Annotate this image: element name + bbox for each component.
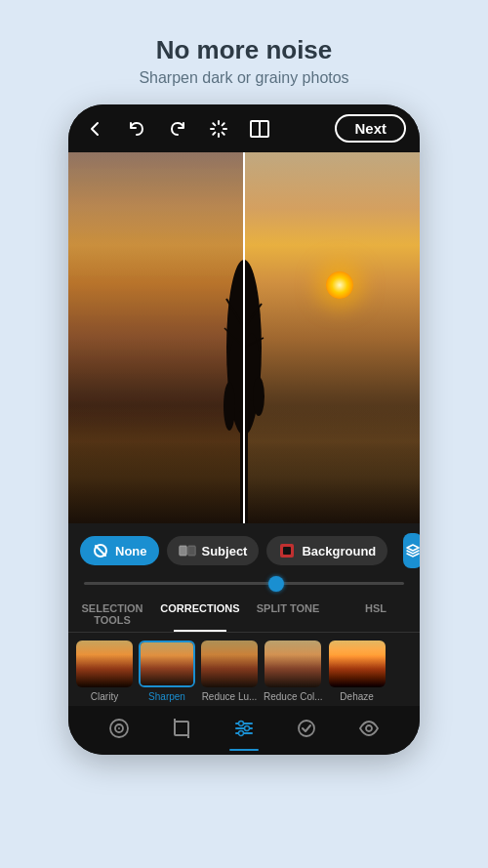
list-item[interactable]: Clarity: [76, 641, 133, 702]
list-item[interactable]: Sharpen: [139, 641, 195, 702]
svg-rect-25: [283, 547, 291, 555]
tab-selection-tools[interactable]: SELECTION TOOLS: [68, 600, 156, 628]
reduce-lum-thumbnail: [201, 641, 258, 687]
eye-icon: [356, 716, 382, 741]
nav-item-preview[interactable]: [338, 716, 400, 741]
page-title: No more noise: [139, 35, 348, 65]
adjust-icon: [231, 716, 257, 741]
crop-icon: [169, 716, 194, 741]
clarity-label: Clarity: [91, 691, 118, 702]
phone-frame: Next: [68, 104, 420, 755]
layers-button[interactable]: [403, 533, 420, 568]
none-icon: [92, 542, 109, 559]
svg-point-37: [239, 731, 244, 736]
auto-icon: [106, 716, 132, 741]
slider-row: [68, 578, 420, 593]
page-subtitle: Sharpen dark or grainy photos: [139, 69, 348, 87]
svg-rect-29: [175, 722, 188, 735]
none-button[interactable]: None: [80, 536, 159, 565]
list-item[interactable]: Reduce Lu...: [201, 641, 258, 702]
sharpen-thumbnail: [139, 641, 195, 687]
redo-icon[interactable]: [164, 115, 191, 143]
svg-point-38: [299, 721, 314, 736]
subject-button[interactable]: Subject: [167, 536, 260, 565]
subject-label: Subject: [202, 544, 248, 558]
nav-item-heal[interactable]: [275, 716, 338, 741]
undo-icon[interactable]: [123, 115, 150, 143]
reduce-col-thumbnail: [264, 641, 321, 687]
sharpen-label: Sharpen: [148, 691, 185, 702]
svg-point-39: [366, 725, 372, 731]
svg-line-7: [213, 132, 215, 134]
selection-bar: None Subject Background: [68, 523, 420, 578]
tab-split-tone[interactable]: SPLIT TONE: [244, 600, 332, 628]
heal-icon: [294, 716, 319, 741]
thumbnail-strip: Clarity Sharpen Reduce Lu... Reduce Col.…: [68, 633, 420, 706]
svg-point-28: [118, 727, 120, 729]
next-button[interactable]: Next: [335, 114, 406, 143]
svg-point-14: [224, 382, 235, 431]
compare-divider[interactable]: [243, 152, 245, 523]
background-icon: [278, 542, 296, 559]
bottom-nav: [68, 706, 420, 755]
svg-line-5: [223, 132, 224, 134]
sun-element: [326, 271, 353, 299]
top-bar: Next: [68, 104, 420, 152]
svg-point-36: [245, 726, 250, 731]
svg-rect-8: [251, 121, 260, 137]
tabs-row: SELECTION TOOLS CORRECTIONS SPLIT TONE H…: [68, 593, 420, 633]
dehaze-thumbnail: [329, 641, 386, 687]
dehaze-label: Dehaze: [340, 691, 373, 702]
back-icon[interactable]: [82, 115, 109, 143]
svg-point-15: [253, 377, 264, 416]
clarity-thumbnail: [76, 641, 133, 687]
nav-item-crop[interactable]: [150, 716, 213, 741]
nav-active-indicator: [229, 749, 259, 751]
compare-icon[interactable]: [246, 115, 273, 143]
background-label: Background: [302, 544, 376, 558]
svg-point-35: [239, 722, 244, 726]
reduce-lum-label: Reduce Lu...: [202, 691, 258, 702]
svg-line-4: [213, 123, 215, 125]
reduce-col-label: Reduce Col...: [264, 691, 323, 702]
svg-rect-9: [260, 121, 268, 137]
nav-item-auto[interactable]: [88, 716, 150, 741]
none-label: None: [115, 544, 147, 558]
list-item[interactable]: Dehaze: [329, 641, 386, 702]
photo-area: [68, 152, 420, 523]
svg-line-21: [96, 546, 105, 556]
svg-rect-23: [187, 546, 194, 556]
list-item[interactable]: Reduce Col...: [264, 641, 323, 702]
nav-item-adjust[interactable]: [213, 716, 275, 741]
svg-line-6: [223, 123, 224, 125]
subject-icon: [179, 542, 196, 559]
magic-icon[interactable]: [205, 115, 232, 143]
slider-thumb[interactable]: [268, 576, 284, 592]
tab-hsl[interactable]: HSL: [332, 600, 420, 628]
slider-track[interactable]: [84, 582, 404, 585]
svg-rect-22: [179, 546, 185, 556]
tab-corrections[interactable]: CORRECTIONS: [156, 600, 244, 628]
background-button[interactable]: Background: [266, 536, 387, 565]
